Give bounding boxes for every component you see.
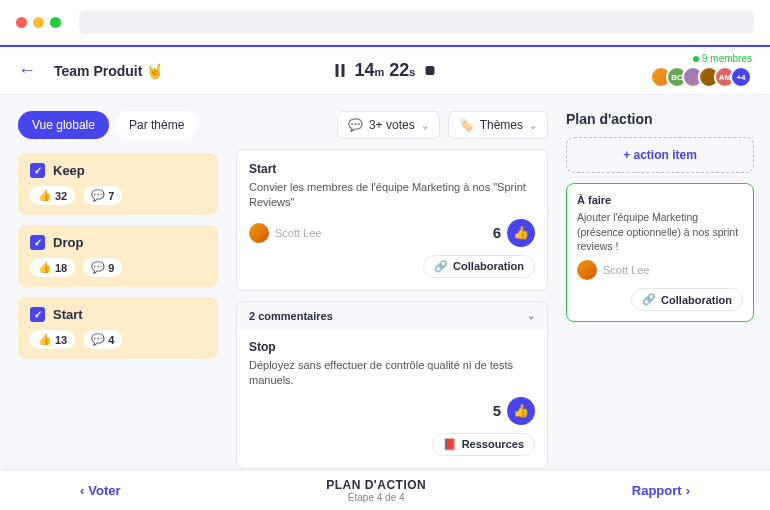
idea-card[interactable]: Start Convier les membres de l'équipe Ma… xyxy=(236,149,548,291)
timer: 14m 22s xyxy=(336,60,435,81)
timer-min-unit: m xyxy=(375,66,385,78)
add-action-item-button[interactable]: + action item xyxy=(566,137,754,173)
category-name: Drop xyxy=(53,235,83,250)
vote-count: 5 xyxy=(493,402,501,419)
timer-display: 14m 22s xyxy=(355,60,416,81)
prev-step-button[interactable]: ‹Voter xyxy=(80,483,121,498)
idea-card[interactable]: 2 commentaires ⌄ Stop Déployez sans effe… xyxy=(236,301,548,469)
team-title: Team Produit 🤘 xyxy=(54,63,163,79)
pause-icon[interactable] xyxy=(336,64,345,77)
likes-pill: 👍18 xyxy=(30,258,75,277)
category-card-start[interactable]: ✓Start 👍13 💬4 xyxy=(18,297,218,359)
book-icon: 📕 xyxy=(443,438,457,451)
timer-seconds: 22 xyxy=(389,60,409,80)
category-name: Start xyxy=(53,307,83,322)
action-plan-panel: Plan d'action + action item À faire Ajou… xyxy=(560,95,770,470)
vote-filter-icon: 💬 xyxy=(348,118,363,132)
step-footer: ‹Voter PLAN D'ACTION Étape 4 de 4 Rappor… xyxy=(0,470,770,510)
checkbox-icon[interactable]: ✓ xyxy=(30,235,45,250)
checkbox-icon[interactable]: ✓ xyxy=(30,163,45,178)
likes-pill: 👍13 xyxy=(30,330,75,349)
comments-toggle[interactable]: 2 commentaires ⌄ xyxy=(237,302,547,330)
category-card-keep[interactable]: ✓Keep 👍32 💬7 xyxy=(18,153,218,215)
comments-pill: 💬7 xyxy=(83,186,122,205)
theme-tag[interactable]: 📕Ressources xyxy=(432,433,535,456)
main-content: Vue globale Par thème ✓Keep 👍32 💬7 ✓Drop… xyxy=(0,95,770,470)
browser-chrome xyxy=(0,0,770,45)
timer-minutes: 14 xyxy=(355,60,375,80)
step-indicator: PLAN D'ACTION Étape 4 de 4 xyxy=(326,478,426,503)
avatar-stack[interactable]: BC AM +4 xyxy=(650,66,752,88)
checkbox-icon[interactable]: ✓ xyxy=(30,307,45,322)
card-description: Convier les membres de l'équipe Marketin… xyxy=(249,180,535,211)
tag-icon: 🏷️ xyxy=(459,118,474,132)
themes-filter[interactable]: 🏷️Thèmes⌄ xyxy=(448,111,548,139)
action-item-card[interactable]: À faire Ajouter l'équipe Marketing (prés… xyxy=(566,183,754,322)
votes-filter[interactable]: 💬3+ votes⌄ xyxy=(337,111,440,139)
sidebar: Vue globale Par thème ✓Keep 👍32 💬7 ✓Drop… xyxy=(0,95,230,470)
todo-description: Ajouter l'équipe Marketing (présence opt… xyxy=(577,210,743,254)
members-area: 9 membres BC AM +4 xyxy=(650,53,752,88)
tab-by-theme[interactable]: Par thème xyxy=(115,111,198,139)
comment-icon: 💬 xyxy=(91,261,105,274)
maximize-window-icon[interactable] xyxy=(50,17,61,28)
chevron-down-icon: ⌄ xyxy=(529,120,537,131)
step-title: PLAN D'ACTION xyxy=(326,478,426,492)
card-author: Scott Lee xyxy=(249,223,321,243)
close-window-icon[interactable] xyxy=(16,17,27,28)
window-controls xyxy=(16,17,61,28)
card-title: Stop xyxy=(249,340,535,354)
back-arrow-icon[interactable]: ← xyxy=(18,60,36,81)
team-emoji-icon: 🤘 xyxy=(146,63,163,79)
chevron-down-icon: ⌄ xyxy=(527,310,535,321)
timer-sec-unit: s xyxy=(409,66,415,78)
thumbs-up-icon: 👍 xyxy=(513,403,529,418)
link-icon: 🔗 xyxy=(434,260,448,273)
upvote-button[interactable]: 👍 xyxy=(507,219,535,247)
chevron-left-icon: ‹ xyxy=(80,483,84,498)
cards-column: 💬3+ votes⌄ 🏷️Thèmes⌄ Start Convier les m… xyxy=(230,95,560,470)
filter-bar: 💬3+ votes⌄ 🏷️Thèmes⌄ xyxy=(236,111,548,139)
team-name-text: Team Produit xyxy=(54,63,142,79)
vote-cluster: 6 👍 xyxy=(493,219,535,247)
comments-pill: 💬9 xyxy=(83,258,122,277)
plan-title: Plan d'action xyxy=(566,111,754,127)
minimize-window-icon[interactable] xyxy=(33,17,44,28)
author-avatar xyxy=(249,223,269,243)
author-avatar xyxy=(577,260,597,280)
todo-status: À faire xyxy=(577,194,743,206)
view-tabs: Vue globale Par thème xyxy=(18,111,218,139)
step-count: Étape 4 de 4 xyxy=(326,492,426,503)
tab-global-view[interactable]: Vue globale xyxy=(18,111,109,139)
app-header: ← Team Produit 🤘 14m 22s 9 membres BC AM… xyxy=(0,45,770,95)
stop-icon[interactable] xyxy=(425,66,434,75)
todo-author: Scott Lee xyxy=(577,260,743,280)
vote-cluster: 5 👍 xyxy=(493,397,535,425)
thumbs-up-icon: 👍 xyxy=(513,225,529,240)
chevron-right-icon: › xyxy=(686,483,690,498)
comments-pill: 💬4 xyxy=(83,330,122,349)
comment-icon: 💬 xyxy=(91,189,105,202)
card-description: Déployez sans effectuer de contrôle qual… xyxy=(249,358,535,389)
thumbs-up-icon: 👍 xyxy=(38,261,52,274)
category-card-drop[interactable]: ✓Drop 👍18 💬9 xyxy=(18,225,218,287)
comment-icon: 💬 xyxy=(91,333,105,346)
card-title: Start xyxy=(249,162,535,176)
members-count: 9 membres xyxy=(693,53,752,64)
avatar-overflow[interactable]: +4 xyxy=(730,66,752,88)
chevron-down-icon: ⌄ xyxy=(421,120,429,131)
likes-pill: 👍32 xyxy=(30,186,75,205)
category-name: Keep xyxy=(53,163,85,178)
theme-tag[interactable]: 🔗Collaboration xyxy=(423,255,535,278)
upvote-button[interactable]: 👍 xyxy=(507,397,535,425)
next-step-button[interactable]: Rapport› xyxy=(632,483,690,498)
url-bar[interactable] xyxy=(79,10,754,34)
thumbs-up-icon: 👍 xyxy=(38,189,52,202)
link-icon: 🔗 xyxy=(642,293,656,306)
theme-tag[interactable]: 🔗Collaboration xyxy=(631,288,743,311)
comments-label: 2 commentaires xyxy=(249,310,333,322)
thumbs-up-icon: 👍 xyxy=(38,333,52,346)
vote-count: 6 xyxy=(493,224,501,241)
